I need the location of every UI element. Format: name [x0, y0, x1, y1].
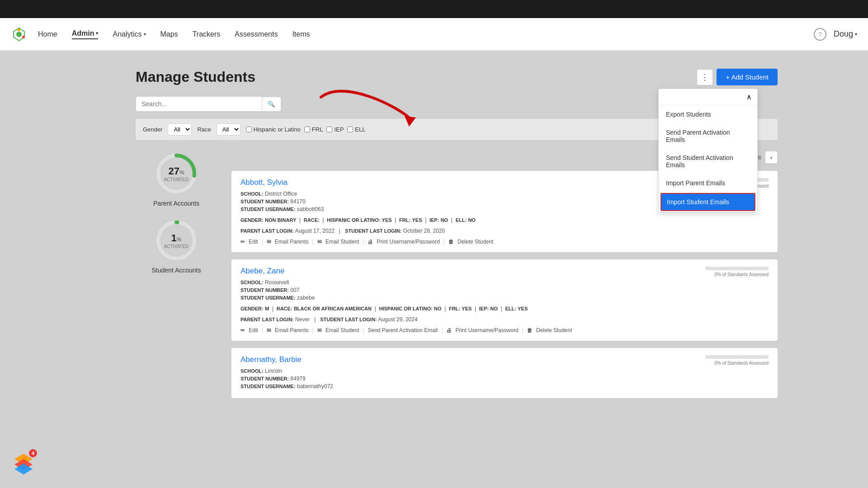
- email-parents-link[interactable]: Email Parents: [275, 327, 309, 333]
- race-label: Race: [197, 126, 211, 133]
- bottom-logo[interactable]: 4: [11, 450, 38, 477]
- edit-link[interactable]: Edit: [249, 239, 258, 245]
- dropdown-header: ∧: [659, 89, 757, 105]
- email-student-icon: ✉: [317, 327, 322, 333]
- nav-maps[interactable]: Maps: [160, 30, 178, 38]
- student-card: 0% of Standards Assessed Abebe, Zane SCH…: [231, 259, 778, 341]
- filter-checkboxes: Hispanic or Latino FRL IEP ELL: [246, 126, 366, 133]
- search-input[interactable]: [136, 96, 262, 112]
- nav-links: Home Admin ▾ Analytics ▾ Maps Trackers A…: [38, 29, 814, 39]
- user-name: Doug: [834, 29, 853, 39]
- delete-link[interactable]: Delete Student: [536, 327, 572, 333]
- add-student-button[interactable]: + Add Student: [717, 69, 778, 85]
- svg-point-3: [22, 36, 25, 38]
- print-icon: 🖨: [446, 327, 452, 333]
- page-title: Manage Students: [136, 69, 255, 85]
- iep-filter[interactable]: IEP: [326, 126, 344, 133]
- navbar: Home Admin ▾ Analytics ▾ Maps Trackers A…: [0, 18, 868, 51]
- search-button[interactable]: 🔍: [262, 97, 281, 112]
- student-username: STUDENT USERNAME: babernathy072: [241, 383, 769, 389]
- delete-icon: 🗑: [527, 327, 533, 333]
- header-actions: ⋮ + Add Student ∧ Export Students Send P…: [697, 69, 778, 85]
- parent-accounts-widget: 27% ACTIVATED Parent Accounts: [136, 151, 217, 207]
- export-students-item[interactable]: Export Students: [659, 105, 757, 123]
- parent-percent: 27: [168, 165, 179, 177]
- parent-accounts-label: Parent Accounts: [153, 200, 199, 207]
- student-school: SCHOOL: Roosevelt: [241, 279, 769, 286]
- gender-label: Gender: [143, 126, 162, 133]
- hispanic-filter[interactable]: Hispanic or Latino: [246, 126, 301, 133]
- frl-filter[interactable]: FRL: [304, 126, 323, 133]
- nav-analytics[interactable]: Analytics ▾: [113, 30, 146, 38]
- standards-bar-container: 0% of Standards Assessed: [705, 355, 769, 366]
- email-parents-link[interactable]: Email Parents: [275, 239, 309, 245]
- student-name[interactable]: Abebe, Zane: [241, 267, 769, 276]
- print-link[interactable]: Print Username/Password: [377, 239, 439, 245]
- user-chevron-icon: ▾: [855, 32, 857, 37]
- standards-bar: [705, 267, 769, 270]
- send-student-emails-item[interactable]: Send Student Activation Emails: [659, 149, 757, 174]
- email-student-link[interactable]: Email Student: [326, 239, 359, 245]
- nav-trackers[interactable]: Trackers: [193, 30, 221, 38]
- help-button[interactable]: ?: [814, 28, 826, 41]
- email-student-icon: ✉: [317, 239, 322, 245]
- student-school: SCHOOL: Lincoln: [241, 368, 769, 374]
- email-student-link[interactable]: Email Student: [326, 327, 359, 333]
- nav-assessments[interactable]: Assessments: [235, 30, 278, 38]
- send-parent-emails-item[interactable]: Send Parent Activation Emails: [659, 123, 757, 149]
- standards-label: 0% of Standards Assessed: [705, 272, 769, 277]
- student-percent: 1: [171, 232, 177, 244]
- edit-icon: ✏: [241, 327, 245, 333]
- page-header: Manage Students ⋮ + Add Student ∧ Export…: [136, 69, 778, 85]
- import-student-emails-item[interactable]: Import Student Emails: [660, 193, 755, 211]
- student-accounts-label: Student Accounts: [152, 267, 201, 274]
- dropdown-menu: ∧ Export Students Send Parent Activation…: [658, 89, 758, 212]
- next-page-button[interactable]: ›: [765, 151, 778, 164]
- student-attributes: GENDER: Non Binary | RACE: | HISPANIC OR…: [241, 217, 769, 223]
- gender-select[interactable]: All: [168, 123, 192, 136]
- user-menu[interactable]: Doug ▾: [834, 29, 857, 39]
- delete-icon: 🗑: [448, 239, 454, 245]
- student-number: STUDENT NUMBER: 84979: [241, 375, 769, 382]
- delete-link[interactable]: Delete Student: [458, 239, 493, 245]
- nav-admin[interactable]: Admin ▾: [72, 29, 99, 39]
- nav-right: ? Doug ▾: [814, 28, 857, 41]
- standards-bar: [705, 355, 769, 359]
- parent-activated-label: ACTIVATED: [164, 177, 189, 182]
- student-attributes: GENDER: M | RACE: Black Or African Ameri…: [241, 305, 769, 312]
- student-card: 0% of Standards Assessed Abernathy, Barb…: [231, 348, 778, 398]
- main-content: Manage Students ⋮ + Add Student ∧ Export…: [0, 51, 868, 423]
- top-bar: [0, 0, 868, 18]
- admin-chevron-icon: ▾: [96, 31, 98, 36]
- nav-items[interactable]: Items: [292, 30, 310, 38]
- student-activated-label: ACTIVATED: [164, 244, 189, 249]
- analytics-chevron-icon: ▾: [144, 32, 146, 37]
- standards-label: 0% of Standards Assessed: [705, 361, 769, 366]
- nav-home[interactable]: Home: [38, 30, 57, 38]
- edit-icon: ✏: [241, 239, 245, 245]
- standards-bar-container: 0% of Standards Assessed: [705, 267, 769, 277]
- svg-point-1: [16, 32, 22, 37]
- svg-point-2: [18, 28, 20, 31]
- accounts-sidebar: 27% ACTIVATED Parent Accounts 1% ACTIVAT…: [136, 151, 217, 405]
- dropdown-close-icon[interactable]: ∧: [746, 93, 752, 101]
- ell-filter[interactable]: ELL: [347, 126, 365, 133]
- more-options-button[interactable]: ⋮: [697, 69, 713, 85]
- parent-accounts-circle: 27% ACTIVATED: [154, 151, 199, 196]
- email-parents-icon: ✉: [267, 239, 271, 245]
- student-actions: ✏ Edit | ✉ Email Parents | ✉ Email Stude…: [241, 327, 769, 333]
- edit-link[interactable]: Edit: [249, 327, 258, 333]
- student-logins: PARENT LAST LOGIN: Never | STUDENT LAST …: [241, 316, 769, 323]
- student-logins: PARENT LAST LOGIN: August 17, 2022 | STU…: [241, 228, 769, 234]
- app-logo[interactable]: [11, 26, 27, 42]
- email-parents-icon: ✉: [267, 327, 271, 333]
- print-link[interactable]: Print Username/Password: [455, 327, 518, 333]
- race-select[interactable]: All: [217, 123, 241, 136]
- print-icon: 🖨: [368, 239, 373, 245]
- student-name[interactable]: Abernathy, Barbie: [241, 355, 769, 364]
- student-number: STUDENT NUMBER: 007: [241, 287, 769, 293]
- student-accounts-widget: 1% ACTIVATED Student Accounts: [136, 218, 217, 274]
- send-parent-activation-link[interactable]: Send Parent Activation Email: [368, 327, 438, 333]
- import-parent-emails-item[interactable]: Import Parent Emails: [659, 174, 757, 192]
- student-actions: ✏ Edit | ✉ Email Parents | ✉ Email Stude…: [241, 239, 769, 245]
